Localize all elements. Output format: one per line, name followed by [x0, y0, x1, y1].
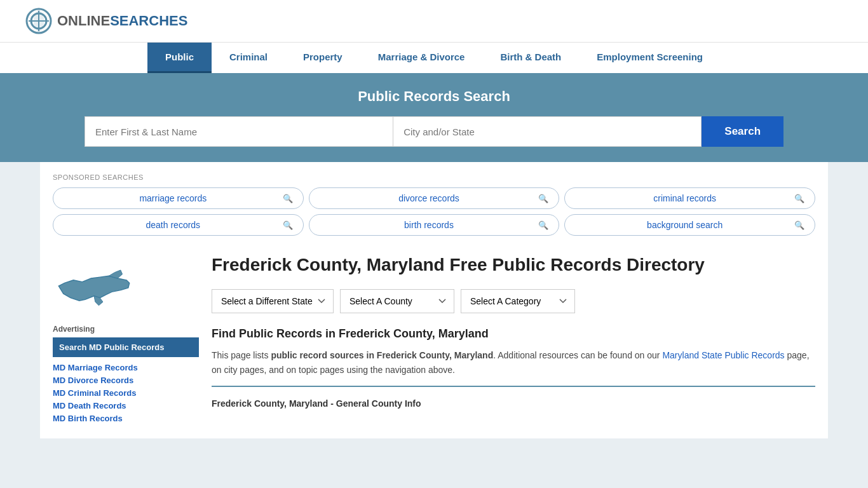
find-records-title: Find Public Records in Frederick County,… [212, 327, 815, 341]
advertising-label: Advertising [53, 325, 199, 334]
nav-item-birth-death[interactable]: Birth & Death [482, 43, 579, 73]
search-icon: 🔍 [538, 194, 548, 203]
content-body: Advertising Search MD Public Records MD … [53, 241, 815, 438]
list-item: MD Birth Records [53, 413, 199, 423]
search-icon: 🔍 [794, 194, 804, 203]
logo-text: ONLINESEARCHES [57, 13, 187, 29]
search-icon: 🔍 [538, 220, 548, 230]
search-icon: 🔍 [794, 220, 804, 230]
list-item: MD Divorce Records [53, 375, 199, 385]
sidebar-link-divorce[interactable]: MD Divorce Records [53, 376, 133, 385]
nav-item-employment[interactable]: Employment Screening [579, 43, 721, 73]
list-item: MD Death Records [53, 400, 199, 410]
nav-item-marriage-divorce[interactable]: Marriage & Divorce [360, 43, 483, 73]
list-item: MD Marriage Records [53, 362, 199, 372]
sponsored-link-birth[interactable]: birth records 🔍 [309, 214, 560, 236]
search-banner: Public Records Search Search [0, 73, 868, 162]
nav-item-criminal[interactable]: Criminal [212, 43, 285, 73]
sponsored-link-background[interactable]: background search 🔍 [564, 214, 815, 236]
main-nav: Public Criminal Property Marriage & Divo… [0, 42, 868, 73]
logo-icon [25, 8, 52, 34]
sidebar-link-marriage[interactable]: MD Marriage Records [53, 363, 138, 372]
location-input[interactable] [393, 116, 702, 147]
dropdowns-row: Select a Different State Select A County… [212, 289, 815, 313]
sidebar-link-death[interactable]: MD Death Records [53, 401, 126, 410]
sponsored-link-death[interactable]: death records 🔍 [53, 214, 304, 236]
sponsored-link-criminal[interactable]: criminal records 🔍 [564, 187, 815, 209]
state-map-image [53, 254, 135, 313]
maryland-state-link[interactable]: Maryland State Public Records [662, 350, 784, 360]
find-records-description: This page lists public record sources in… [212, 348, 815, 377]
search-banner-title: Public Records Search [25, 88, 843, 105]
sponsored-label: SPONSORED SEARCHES [53, 173, 815, 181]
state-dropdown[interactable]: Select a Different State [212, 289, 334, 313]
sponsored-link-divorce[interactable]: divorce records 🔍 [309, 187, 560, 209]
search-icon: 🔍 [283, 194, 293, 203]
logo[interactable]: ONLINESEARCHES [25, 8, 187, 34]
sponsored-section: SPONSORED SEARCHES marriage records 🔍 di… [53, 162, 815, 241]
name-input[interactable] [85, 116, 393, 147]
sponsored-links: marriage records 🔍 divorce records 🔍 cri… [53, 187, 815, 236]
section-divider [212, 386, 815, 387]
sidebar-ad-highlight[interactable]: Search MD Public Records [53, 337, 199, 357]
county-dropdown[interactable]: Select A County [340, 289, 454, 313]
search-form: Search [85, 116, 783, 147]
county-info-label: Frederick County, Maryland - General Cou… [212, 393, 815, 411]
page-title: Frederick County, Maryland Free Public R… [212, 254, 815, 276]
nav-item-public[interactable]: Public [147, 43, 212, 73]
sponsored-link-marriage[interactable]: marriage records 🔍 [53, 187, 304, 209]
list-item: MD Criminal Records [53, 388, 199, 398]
nav-item-property[interactable]: Property [285, 43, 360, 73]
sidebar-link-criminal[interactable]: MD Criminal Records [53, 388, 136, 398]
sidebar: Advertising Search MD Public Records MD … [53, 254, 199, 426]
sidebar-links: MD Marriage Records MD Divorce Records M… [53, 362, 199, 423]
main-content: Frederick County, Maryland Free Public R… [212, 254, 815, 426]
sidebar-link-birth[interactable]: MD Birth Records [53, 414, 123, 423]
search-button[interactable]: Search [702, 116, 783, 147]
header: ONLINESEARCHES [0, 0, 868, 42]
main-wrapper: SPONSORED SEARCHES marriage records 🔍 di… [40, 162, 828, 438]
search-icon: 🔍 [283, 220, 293, 230]
category-dropdown[interactable]: Select A Category [461, 289, 575, 313]
